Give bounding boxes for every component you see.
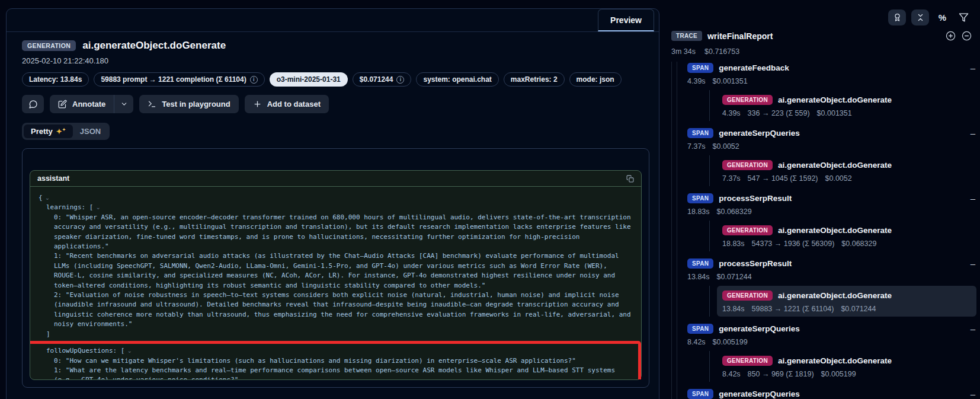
tree-child-wrap: GENERATION ai.generateObject.doGenerate …	[709, 286, 976, 317]
span-type-badge: SPAN	[687, 258, 713, 269]
observation-metrics: 4.39s$0.001351	[671, 77, 976, 85]
action-buttons: Annotate Test in playground Add to d	[22, 95, 649, 113]
sidebar-span-row[interactable]: SPAN generateSerpQueries –	[671, 127, 976, 139]
code-line: {⌄	[39, 193, 633, 203]
span-type-badge: SPAN	[687, 324, 713, 334]
percent-metrics-icon[interactable]: %	[934, 10, 950, 25]
code-line: 1: "Recent benchmarks on adversarial aud…	[39, 251, 633, 291]
trace-duration: 3m 34s	[671, 47, 696, 56]
metadata-pills: Latency: 13.84s59883 prompt → 1221 compl…	[22, 72, 649, 87]
sidebar-generation-row[interactable]: GENERATION ai.generateObject.doGenerate …	[717, 286, 976, 317]
code-line: 0: "Whisper ASR, an open-source encoder–…	[39, 213, 633, 252]
observation-name: generateFeedback	[719, 63, 789, 72]
trace-cost: $0.716753	[704, 47, 739, 56]
trace-actions	[946, 31, 972, 41]
meta-pill[interactable]: mode: json	[569, 72, 622, 87]
tree-child-wrap: GENERATION ai.generateObject.doGenerate …	[709, 155, 976, 186]
comment-button[interactable]	[22, 95, 44, 113]
annotate-button[interactable]: Annotate	[50, 95, 114, 113]
sidebar-span-row[interactable]: SPAN processSerpResult –	[671, 257, 976, 270]
tab-bar: Preview	[7, 9, 659, 32]
tab-preview[interactable]: Preview	[598, 9, 654, 31]
code-line: 1: "What are the latency benchmarks and …	[39, 366, 633, 379]
code-line: 0: "How can we mitigate Whisper's limita…	[39, 356, 633, 366]
sidebar-span-row[interactable]: SPAN generateFeedback –	[671, 62, 976, 74]
tree-child-wrap: GENERATION ai.generateObject.doGenerate …	[709, 351, 976, 382]
pill-label: Latency: 13.84s	[29, 75, 82, 84]
json-collapse-chevron-icon[interactable]: ⌄	[45, 194, 50, 201]
meta-pill[interactable]: maxRetries: 2	[504, 72, 565, 87]
trace-sidebar: % TRACE writeFinalReport 3m 34s $0.71675…	[667, 0, 980, 399]
tree-item: SPAN generateSerpQueries – 8.42s$0.00519…	[671, 323, 976, 382]
collapse-minus-icon[interactable]: –	[971, 129, 976, 138]
info-icon: i	[396, 76, 404, 84]
collapse-minus-icon[interactable]: –	[971, 259, 976, 268]
code-line: followUpQuestions: [⌄	[39, 346, 633, 356]
plus-icon	[253, 100, 262, 108]
json-collapse-chevron-icon[interactable]: ⌄	[127, 347, 132, 354]
meta-pill[interactable]: system: openai.chat	[416, 72, 498, 87]
collapse-minus-icon[interactable]: –	[971, 324, 976, 333]
assistant-message-panel: assistant {⌄learnings: [⌄0: "Whisper ASR…	[30, 170, 642, 380]
annotation-award-icon[interactable]	[888, 9, 906, 25]
observation-metrics: 7.37s547 → 1045 (Σ 1592)$0.0052	[722, 174, 971, 183]
annotation-red-box: followUpQuestions: [⌄0: "How can we miti…	[30, 341, 641, 379]
collapse-all-icon[interactable]	[911, 9, 929, 25]
timestamp: 2025-02-10 21:22:40.180	[22, 56, 649, 65]
annotate-dropdown-button[interactable]	[114, 95, 133, 113]
test-in-playground-button[interactable]: Test in playground	[139, 95, 238, 113]
pencil-icon	[58, 100, 67, 108]
add-to-dataset-button[interactable]: Add to dataset	[245, 95, 329, 113]
tree-child-wrap: GENERATION ai.generateObject.doGenerate …	[709, 90, 976, 121]
pill-label: 59883 prompt → 1221 completion (Σ 61104)	[101, 75, 246, 84]
code-line: learnings: [⌄	[39, 203, 633, 212]
tree-item: SPAN generateFeedback – 4.39s$0.001351 G…	[671, 62, 976, 121]
observation-name: processSerpResult	[719, 259, 792, 268]
pill-label: o3-mini-2025-01-31	[277, 75, 341, 84]
chevron-down-icon	[120, 100, 128, 108]
toggle-json[interactable]: JSON	[73, 125, 108, 138]
expand-all-plus-icon[interactable]	[946, 31, 956, 41]
observation-name: ai.generateObject.doGenerate	[778, 161, 892, 170]
filter-icon[interactable]	[956, 10, 972, 25]
pill-label: system: openai.chat	[423, 75, 491, 84]
generation-type-badge: GENERATION	[722, 356, 773, 366]
terminal-icon	[148, 100, 156, 108]
tree-child-wrap: GENERATION ai.generateObject.doGenerate …	[709, 221, 976, 251]
sidebar-span-row[interactable]: SPAN generateSerpQueries –	[671, 323, 976, 335]
meta-pill[interactable]: 59883 prompt → 1221 completion (Σ 61104)…	[94, 72, 264, 87]
collapse-minus-icon[interactable]: –	[971, 63, 976, 72]
collapse-minus-icon[interactable]: –	[971, 390, 976, 398]
sidebar-span-row[interactable]: SPAN generateSerpQueries –	[671, 388, 976, 399]
meta-pill[interactable]: Latency: 13.84s	[22, 72, 89, 87]
trace-metrics: 3m 34s $0.716753	[671, 47, 739, 56]
observation-name: ai.generateObject.doGenerate	[778, 356, 892, 365]
sidebar-generation-row[interactable]: GENERATION ai.generateObject.doGenerate …	[717, 90, 976, 121]
annotate-split-button: Annotate	[50, 95, 133, 113]
sparkles-icon: ✦✦	[56, 127, 66, 135]
model-pill[interactable]: o3-mini-2025-01-31	[270, 72, 348, 87]
trace-row[interactable]: TRACE writeFinalReport	[671, 31, 972, 41]
assistant-message-header: assistant	[30, 171, 641, 187]
sidebar-generation-row[interactable]: GENERATION ai.generateObject.doGenerate …	[717, 221, 976, 251]
observation-metrics: 4.39s336 → 223 (Σ 559)$0.001351	[722, 109, 971, 117]
json-collapse-chevron-icon[interactable]: ⌄	[95, 204, 100, 210]
speech-bubble-icon	[28, 100, 38, 109]
observation-name: generateSerpQueries	[719, 390, 800, 398]
info-icon: i	[250, 76, 258, 84]
observation-metrics: 13.84s$0.071244	[671, 273, 976, 281]
generation-type-badge: GENERATION	[722, 95, 773, 105]
meta-pill[interactable]: $0.071244i	[353, 72, 412, 87]
span-type-badge: SPAN	[687, 128, 713, 138]
pill-label: mode: json	[577, 75, 614, 84]
observation-metrics: 13.84s59883 → 1221 (Σ 61104)$0.071244	[722, 305, 971, 313]
toggle-pretty[interactable]: Pretty ✦✦	[24, 125, 73, 138]
sidebar-generation-row[interactable]: GENERATION ai.generateObject.doGenerate …	[717, 351, 976, 382]
collapse-minus-icon[interactable]: –	[971, 194, 976, 203]
copy-icon[interactable]	[626, 175, 634, 183]
sidebar-generation-row[interactable]: GENERATION ai.generateObject.doGenerate …	[717, 155, 976, 186]
collapse-all-minus-icon[interactable]	[962, 31, 972, 41]
sidebar-span-row[interactable]: SPAN processSerpResult –	[671, 192, 976, 205]
observation-metrics: 18.83s54373 → 1936 (Σ 56309)$0.068329	[722, 240, 971, 248]
trace-type-badge: TRACE	[671, 31, 702, 41]
